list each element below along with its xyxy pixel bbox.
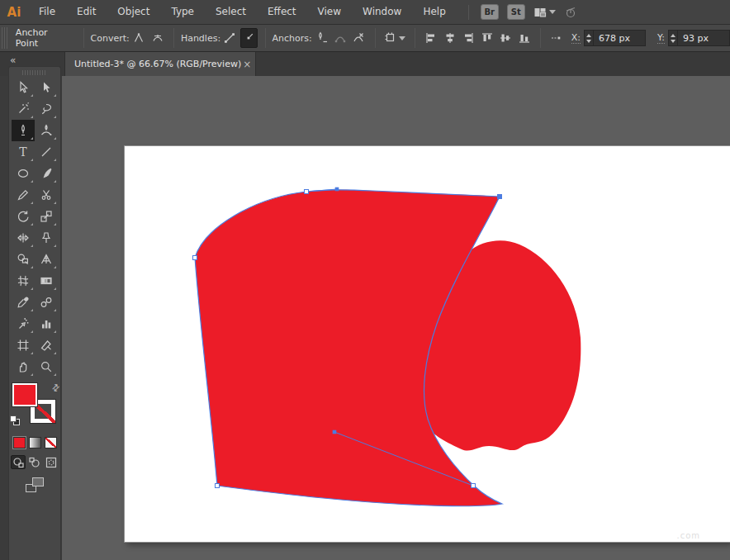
tool-zoom[interactable] — [35, 356, 58, 377]
menu-help[interactable]: Help — [412, 0, 456, 24]
menu-view[interactable]: View — [307, 0, 352, 24]
tool-symbol-sprayer[interactable] — [12, 313, 35, 335]
tool-artboard[interactable] — [12, 335, 35, 356]
tools-panel: T ⇄ — [8, 66, 61, 560]
tool-scale[interactable] — [35, 206, 58, 227]
step-up-icon — [671, 34, 675, 37]
align-to-artboard-icon — [384, 31, 397, 45]
fill-swatch-red[interactable] — [12, 383, 37, 406]
tool-rotate[interactable] — [12, 206, 35, 227]
menu-type[interactable]: Type — [160, 0, 205, 24]
tool-eyedropper[interactable] — [12, 292, 35, 313]
document-tab[interactable]: Untitled-3* @ 66.67% (RGB/Preview) × — [64, 52, 256, 76]
canvas[interactable]: .com — [62, 76, 730, 560]
draw-inside-button[interactable] — [44, 455, 59, 469]
convert-to-corner-button[interactable] — [130, 28, 148, 48]
y-label[interactable]: Y: — [657, 33, 665, 44]
tool-lasso[interactable] — [35, 98, 58, 120]
align-right-button[interactable] — [460, 28, 477, 48]
paint-gradient-button[interactable] — [29, 437, 41, 448]
tool-gradient[interactable] — [35, 270, 58, 292]
y-input[interactable] — [677, 30, 730, 46]
change-screen-mode-button[interactable] — [26, 477, 44, 492]
convert-to-smooth-button[interactable] — [149, 28, 166, 48]
workspace-switcher[interactable] — [533, 6, 556, 19]
menu-select[interactable]: Select — [205, 0, 257, 24]
menubar-right: Br St — [468, 4, 577, 20]
anchor-hollow — [472, 484, 476, 488]
menu-object[interactable]: Object — [107, 0, 160, 24]
paint-color-button[interactable] — [13, 437, 26, 448]
connect-endpoints-button[interactable] — [331, 28, 348, 48]
artboard[interactable]: .com — [125, 146, 730, 542]
x-field-group: X: — [571, 30, 646, 46]
tool-shape-builder[interactable] — [12, 249, 35, 270]
menubar-divider — [468, 5, 469, 20]
tool-mesh[interactable] — [12, 270, 35, 292]
collapse-panel-button[interactable]: « — [10, 55, 14, 66]
stock-button[interactable]: St — [507, 4, 525, 20]
step-down-icon — [586, 40, 591, 43]
sync-disabled-icon — [564, 6, 577, 19]
default-fill-stroke-icon[interactable] — [10, 415, 20, 425]
swap-fill-stroke-icon[interactable]: ⇄ — [50, 382, 63, 395]
tool-scissors[interactable] — [35, 184, 58, 206]
tool-puppet-warp[interactable] — [35, 227, 58, 249]
bridge-button[interactable]: Br — [481, 4, 499, 20]
x-label[interactable]: X: — [571, 33, 581, 44]
y-stepper[interactable] — [668, 30, 677, 46]
tool-blend[interactable] — [35, 292, 58, 313]
anchor-hollow — [193, 256, 197, 260]
menu-bar: Ai FileEditObjectTypeSelectEffectViewWin… — [0, 0, 730, 25]
tool-type[interactable]: T — [12, 141, 35, 163]
tool-width[interactable] — [12, 227, 35, 249]
x-input[interactable] — [593, 30, 646, 46]
controlbar-gripper[interactable] — [2, 27, 7, 49]
tool-selection[interactable] — [12, 77, 35, 98]
panel-gripper[interactable] — [22, 70, 47, 75]
tool-curvature[interactable] — [35, 120, 58, 141]
tool-perspective-grid[interactable] — [35, 249, 58, 270]
align-to-selector[interactable] — [383, 28, 407, 48]
menu-effect[interactable]: Effect — [257, 0, 307, 24]
control-bar: Anchor Point Convert: Handles: Anchors: … — [0, 25, 730, 52]
tool-hand[interactable] — [12, 356, 35, 377]
vector-artwork — [125, 146, 730, 542]
x-stepper[interactable] — [584, 30, 593, 46]
tool-ellipse[interactable] — [12, 163, 35, 184]
document-tab-title: Untitled-3* @ 66.67% (RGB/Preview) — [74, 59, 241, 69]
tool-paintbrush[interactable] — [35, 163, 58, 184]
tool-slice[interactable] — [35, 335, 58, 356]
align-left-button[interactable] — [423, 28, 440, 48]
handles-label: Handles: — [181, 33, 220, 44]
hide-handles-button[interactable] — [240, 28, 258, 48]
cut-path-button[interactable] — [350, 28, 367, 48]
tool-magic-wand[interactable] — [12, 98, 35, 120]
paint-none-button[interactable] — [45, 437, 57, 448]
show-handles-button[interactable] — [221, 28, 239, 48]
tool-line-segment[interactable] — [35, 141, 58, 163]
tools-grid: T — [9, 77, 60, 377]
menu-file[interactable]: File — [28, 0, 66, 24]
align-top-button[interactable] — [478, 28, 495, 48]
y-field-group: Y: — [657, 30, 730, 46]
workspace-icon — [533, 6, 547, 19]
menu-window[interactable]: Window — [352, 0, 412, 24]
tool-direct-selection[interactable] — [35, 77, 58, 98]
reference-point-icon — [548, 28, 566, 48]
draw-behind-button[interactable] — [27, 455, 42, 469]
align-bottom-button[interactable] — [516, 28, 533, 48]
tool-pencil[interactable] — [12, 184, 35, 206]
paint-style-row — [9, 437, 60, 448]
align-horizontal-center-button[interactable] — [441, 28, 458, 48]
remove-anchors-button[interactable] — [313, 28, 330, 48]
close-icon[interactable]: × — [241, 59, 253, 70]
tool-pen[interactable] — [12, 120, 35, 141]
tool-column-graph[interactable] — [35, 313, 58, 335]
draw-normal-button[interactable] — [11, 455, 26, 469]
chevron-down-icon — [399, 36, 405, 40]
step-up-icon — [586, 34, 591, 37]
menu-edit[interactable]: Edit — [66, 0, 107, 24]
align-vertical-center-button[interactable] — [497, 28, 514, 48]
divider — [375, 28, 376, 48]
